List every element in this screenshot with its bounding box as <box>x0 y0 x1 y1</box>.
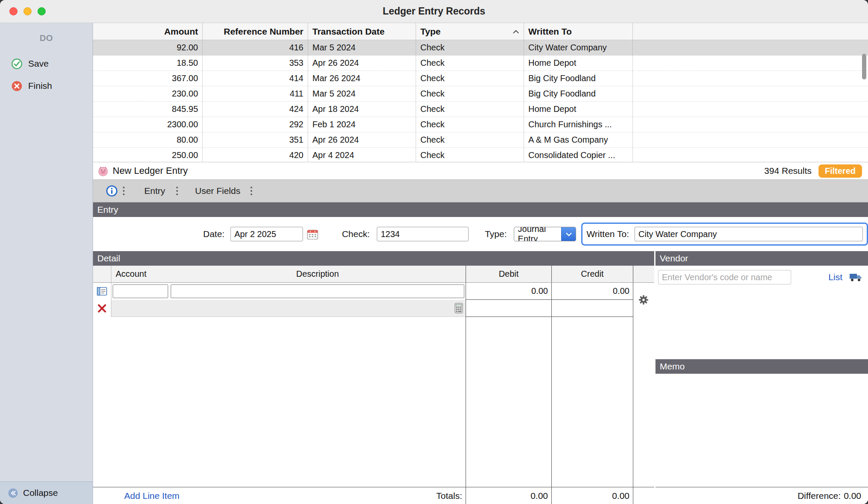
records-table: Amount Reference Number Transaction Date… <box>93 23 868 162</box>
cell-transaction-date: Feb 1 2024 <box>308 117 416 132</box>
table-row[interactable]: 367.00 414 Mar 26 2024 Check Big City Fo… <box>93 71 868 86</box>
sidebar-item-finish[interactable]: Finish <box>0 75 93 97</box>
detail-footer: Add Line Item Totals: 0.00 0.00 <box>93 487 654 504</box>
cell-blank <box>633 56 868 71</box>
sidebar-header: DO <box>0 23 93 53</box>
cell-amount: 92.00 <box>93 40 203 56</box>
cell-written-to: City Water Company <box>524 40 633 56</box>
entry-form: Date: Check: Type: <box>93 217 868 251</box>
vendor-search-input[interactable] <box>658 270 791 284</box>
gear-icon[interactable] <box>638 294 649 307</box>
info-icon[interactable] <box>106 185 118 197</box>
column-header-transaction-date[interactable]: Transaction Date <box>308 23 416 40</box>
line-tools-bar <box>111 300 466 317</box>
credit-cell[interactable]: 0.00 <box>551 283 633 300</box>
date-input[interactable] <box>230 227 303 241</box>
tab-entry[interactable]: Entry <box>144 186 165 196</box>
entry-title: New Ledger Entry <box>113 165 188 176</box>
drag-handle-icon[interactable] <box>176 190 178 192</box>
cell-blank <box>633 148 868 162</box>
entry-section-header: Entry <box>93 202 868 217</box>
table-row[interactable]: 250.00 420 Apr 4 2024 Check Consolidated… <box>93 148 868 162</box>
table-row[interactable]: 92.00 416 Mar 5 2024 Check City Water Co… <box>93 40 868 56</box>
close-window-button[interactable] <box>9 7 17 15</box>
detail-columns-header: Account Description Debit Credit <box>93 266 654 283</box>
memo-section-header: Memo <box>655 359 868 374</box>
cell-amount: 845.95 <box>93 102 203 117</box>
drag-handle-icon[interactable] <box>123 190 125 192</box>
description-cell-input[interactable] <box>171 284 464 298</box>
written-to-input[interactable] <box>635 227 863 241</box>
titlebar: Ledger Entry Records <box>0 0 868 23</box>
save-label: Save <box>28 59 49 69</box>
scrollbar-thumb[interactable] <box>862 54 866 79</box>
calendar-button[interactable] <box>306 228 319 240</box>
check-input[interactable] <box>377 227 469 241</box>
memo-textarea[interactable] <box>655 374 868 487</box>
type-select[interactable]: Journal Entry <box>514 227 577 241</box>
totals-debit: 0.00 <box>466 487 551 504</box>
tab-user-fields-label: User Fields <box>195 186 240 196</box>
table-row[interactable]: 2300.00 292 Feb 1 2024 Check Church Furn… <box>93 117 868 132</box>
date-label: Date: <box>203 229 224 239</box>
ledger-book-icon[interactable] <box>93 283 111 300</box>
cell-transaction-date: Mar 26 2024 <box>308 71 416 86</box>
sort-ascending-icon <box>513 29 519 34</box>
type-select-value: Journal Entry <box>514 227 562 241</box>
delete-line-icon[interactable] <box>93 300 111 317</box>
detail-section-header: Detail <box>93 251 654 266</box>
vendor-section-header: Vendor <box>655 251 868 266</box>
account-cell-input[interactable] <box>113 284 168 298</box>
detail-column-account: Account <box>111 266 169 282</box>
detail-column-credit: Credit <box>551 266 633 282</box>
cell-blank <box>633 40 868 56</box>
finish-label: Finish <box>28 81 52 91</box>
totals-credit: 0.00 <box>551 487 633 504</box>
difference-value: 0.00 <box>844 491 861 501</box>
cell-type: Check <box>416 102 524 117</box>
calculator-icon[interactable] <box>454 303 463 314</box>
column-header-written-to[interactable]: Written To <box>524 23 633 40</box>
add-line-item-link[interactable]: Add Line Item <box>124 491 180 501</box>
column-header-type[interactable]: Type <box>416 23 524 40</box>
table-row[interactable]: 230.00 411 Mar 5 2024 Check Big City Foo… <box>93 86 868 102</box>
cell-blank <box>633 132 868 148</box>
table-row[interactable]: 845.95 424 Apr 18 2024 Check Home Depot <box>93 102 868 117</box>
cell-written-to: Big City Foodland <box>524 86 633 102</box>
vendor-body: List <box>655 266 868 359</box>
filtered-badge[interactable]: Filtered <box>818 164 862 178</box>
cell-reference-number: 353 <box>203 56 308 71</box>
tab-entry-label: Entry <box>144 186 165 196</box>
window-title: Ledger Entry Records <box>383 6 485 17</box>
table-row[interactable]: 18.50 353 Apr 26 2024 Check Home Depot <box>93 56 868 71</box>
check-label: Check: <box>342 229 369 239</box>
vendor-list-link[interactable]: List <box>828 272 842 282</box>
piggy-bank-icon <box>97 165 109 177</box>
cell-written-to: Home Depot <box>524 102 633 117</box>
cell-written-to: Consolidated Copier ... <box>524 148 633 162</box>
column-header-amount[interactable]: Amount <box>93 23 203 40</box>
debit-cell[interactable]: 0.00 <box>466 283 551 300</box>
cell-transaction-date: Mar 5 2024 <box>308 86 416 102</box>
cell-type: Check <box>416 132 524 148</box>
results-count: 394 Results <box>764 166 812 176</box>
detail-line-row: 0.00 0.00 <box>93 283 654 300</box>
truck-icon[interactable] <box>849 273 862 282</box>
vertical-scrollbar[interactable] <box>862 25 867 160</box>
cell-blank <box>633 102 868 117</box>
sidebar-item-save[interactable]: Save <box>0 53 93 75</box>
cell-type: Check <box>416 56 524 71</box>
drag-handle-icon[interactable] <box>250 190 252 192</box>
tab-user-fields[interactable]: User Fields <box>195 186 240 196</box>
save-check-icon <box>11 58 23 70</box>
collapse-button[interactable]: Collapse <box>0 481 93 504</box>
cell-reference-number: 292 <box>203 117 308 132</box>
vendor-section-title: Vendor <box>660 253 688 264</box>
records-rows: 92.00 416 Mar 5 2024 Check City Water Co… <box>93 40 868 162</box>
cell-transaction-date: Apr 4 2024 <box>308 148 416 162</box>
zoom-window-button[interactable] <box>38 7 46 15</box>
column-header-reference-number[interactable]: Reference Number <box>203 23 308 40</box>
minimize-window-button[interactable] <box>23 7 32 15</box>
table-row[interactable]: 80.00 351 Apr 26 2024 Check A & M Gas Co… <box>93 132 868 148</box>
cell-written-to: Home Depot <box>524 56 633 71</box>
